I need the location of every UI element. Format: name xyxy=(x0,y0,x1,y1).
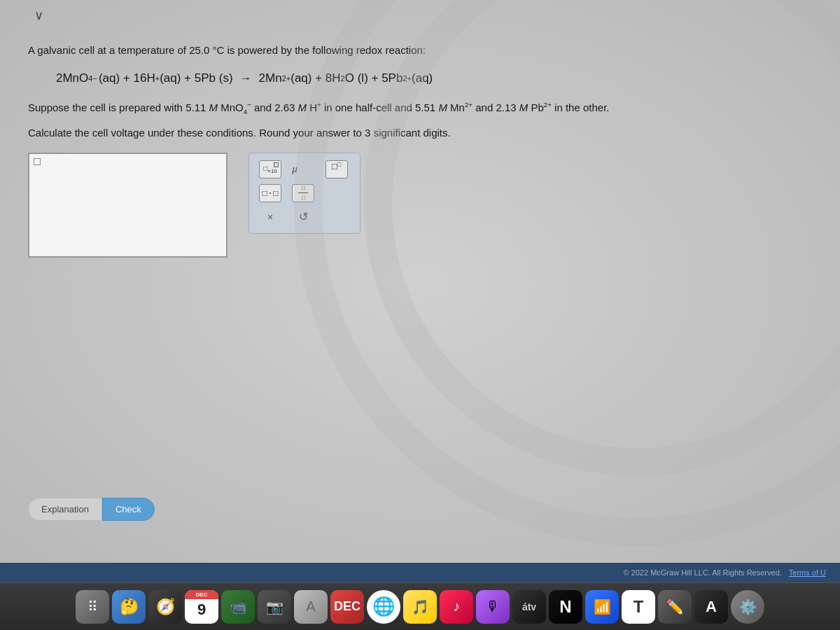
dock-music[interactable]: ♪ xyxy=(440,590,473,624)
dock-camera[interactable]: 📷 xyxy=(258,590,291,624)
translate-icon: T xyxy=(634,597,644,617)
dock-launchpad[interactable]: ⠿ xyxy=(76,590,109,624)
suppose-text: Suppose the cell is prepared with 5.11 M… xyxy=(28,98,812,118)
footer-bar: © 2022 McGraw Hill LLC. All Rights Reser… xyxy=(0,563,840,582)
dock-safari[interactable]: 🧭 xyxy=(148,590,182,624)
dock-news[interactable]: DEC xyxy=(330,590,364,624)
dock-tv[interactable]: átv xyxy=(512,590,546,624)
dock-ai[interactable]: A xyxy=(694,590,728,624)
corner-mark xyxy=(34,158,41,165)
answer-input-box[interactable] xyxy=(28,153,227,258)
settings-icon: ⚙️ xyxy=(739,598,757,615)
camera-icon: 📷 xyxy=(266,598,284,615)
dock-notification[interactable]: N xyxy=(549,590,582,624)
finder-icon: 🤔 xyxy=(120,598,139,616)
main-content: ∨ A galvanic cell at a temperature of 25… xyxy=(0,0,840,563)
sup-indicator xyxy=(274,162,279,167)
chevron-down-icon: ∨ xyxy=(34,8,43,23)
compass-icon: 🧭 xyxy=(156,598,175,616)
dock-translate[interactable]: T xyxy=(622,590,655,624)
notif-icon: N xyxy=(559,597,571,617)
x10-button[interactable]: □×10 xyxy=(259,160,281,178)
question-intro: A galvanic cell at a temperature of 25.0… xyxy=(28,42,812,59)
music-icon: ♪ xyxy=(453,598,460,615)
ai-icon: A xyxy=(706,598,717,616)
terms-link[interactable]: Terms of U xyxy=(789,568,826,577)
dock-podcast[interactable]: 🎙 xyxy=(476,590,510,624)
answer-area: □×10 μ □□ □ · □ □ □ xyxy=(28,153,812,258)
fraction-icon: □ □ xyxy=(298,185,308,201)
explanation-button[interactable]: Explanation xyxy=(28,498,102,521)
undo-button[interactable]: ↺ xyxy=(292,208,314,226)
fraction-button[interactable]: □ □ xyxy=(292,184,314,202)
dock-pencil[interactable]: ✏️ xyxy=(658,590,692,624)
bars-icon: 📶 xyxy=(594,598,611,615)
calendar-day: 9 xyxy=(197,601,206,619)
redox-equation: 2MnO4− (aq) + 16H+ (aq) + 5Pb (s) → 2Mn2… xyxy=(56,71,812,85)
pencil-icon: ✏️ xyxy=(666,598,684,615)
dock-finder[interactable]: 🤔 xyxy=(112,590,146,624)
calculate-text: Calculate the cell voltage under these c… xyxy=(28,127,812,139)
dock-chrome[interactable]: 🌐 xyxy=(367,590,400,624)
chevron-button[interactable]: ∨ xyxy=(28,7,49,24)
dock-calendar[interactable]: DEC 9 xyxy=(185,590,218,624)
notes-icon: 🎵 xyxy=(412,598,429,615)
copyright-text: © 2022 McGraw Hill LLC. All Rights Reser… xyxy=(623,568,781,577)
superscript-button[interactable]: □□ xyxy=(326,160,348,178)
facetime-icon: 📹 xyxy=(230,598,247,615)
bottom-buttons: Explanation Check xyxy=(28,498,155,521)
mu-button[interactable]: μ xyxy=(292,163,316,175)
clear-button[interactable]: × xyxy=(259,208,281,226)
math-toolbar: □×10 μ □□ □ · □ □ □ xyxy=(248,153,360,234)
dot-button[interactable]: □ · □ xyxy=(259,184,281,202)
dock-bars[interactable]: 📶 xyxy=(585,590,619,624)
launchpad-icon: ⠿ xyxy=(88,598,98,615)
dock-settings[interactable]: ⚙️ xyxy=(731,590,764,624)
chrome-icon: 🌐 xyxy=(372,596,395,617)
dock-siri[interactable]: A xyxy=(294,590,328,624)
dock-notes[interactable]: 🎵 xyxy=(403,590,437,624)
check-button[interactable]: Check xyxy=(102,498,155,521)
dock-bar: ⠿ 🤔 🧭 DEC 9 📹 📷 A DEC 🌐 🎵 ♪ 🎙 xyxy=(0,582,840,630)
calendar-month: DEC xyxy=(185,590,218,599)
news-icon: DEC xyxy=(334,599,360,614)
podcast-icon: 🎙 xyxy=(486,598,500,615)
siri-icon: A xyxy=(306,598,315,615)
tv-icon: átv xyxy=(522,601,536,612)
dock-facetime[interactable]: 📹 xyxy=(221,590,255,624)
